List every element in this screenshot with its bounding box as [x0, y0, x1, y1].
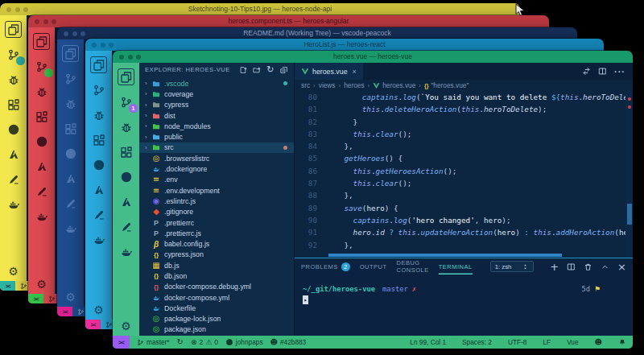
refresh-icon[interactable]: ↻ — [266, 65, 275, 74]
activity-azure-icon[interactable] — [62, 170, 79, 187]
file-tree-item-coverage[interactable]: ›coverage — [139, 89, 294, 99]
activity-debug-icon[interactable] — [62, 95, 79, 112]
activity-settings-icon[interactable]: ⚙ — [85, 304, 112, 316]
activity-extensions-icon[interactable] — [118, 143, 134, 160]
traffic-lights[interactable] — [64, 31, 85, 36]
eol-status[interactable]: LF — [543, 338, 551, 346]
more-actions-icon[interactable]: ··· — [614, 67, 625, 76]
remote-indicator[interactable]: >< — [113, 336, 130, 349]
panel-tab-output[interactable]: OUTPUT — [360, 258, 387, 275]
activity-settings-icon[interactable]: ⚙ — [28, 279, 55, 290]
file-tree-item--browserslistrc[interactable]: ◎.browserslistrc — [139, 153, 294, 163]
activity-github-icon[interactable] — [62, 145, 79, 162]
file-tree-item-package-lock-json[interactable]: ◎package-lock.json — [139, 314, 294, 324]
split-panel-icon[interactable] — [567, 262, 576, 271]
activity-docker-icon[interactable] — [62, 220, 79, 237]
file-tree-item--dockerignore[interactable]: .dockerignore — [139, 163, 294, 174]
problems-status[interactable]: ⊗2⚠0 — [191, 338, 218, 346]
editor-scrollbar[interactable] — [625, 91, 633, 258]
activity-extensions-icon[interactable] — [90, 131, 107, 148]
line-col-status[interactable]: Ln 99, Col 1 — [410, 338, 446, 346]
file-tree-item--eslintrc-js[interactable]: ◉.eslintrc.js — [139, 196, 294, 206]
traffic-lights[interactable] — [119, 55, 141, 60]
traffic-lights[interactable] — [92, 43, 114, 47]
close-window-button[interactable] — [92, 43, 97, 47]
close-panel-icon[interactable]: × — [617, 262, 626, 272]
trash-icon[interactable] — [584, 262, 592, 271]
remote-indicator[interactable]: >< — [85, 320, 101, 329]
new-file-icon[interactable] — [239, 66, 247, 74]
code-editor[interactable]: 80captains.log(`You said you want to del… — [295, 91, 633, 258]
zoom-window-button[interactable] — [80, 31, 85, 36]
activity-source-control-icon[interactable] — [5, 46, 22, 63]
minimize-window-button[interactable] — [43, 19, 48, 24]
file-tree-item--prettierrc[interactable]: P.prettierrc — [139, 217, 294, 228]
file-tree-item--vscode[interactable]: ›.vscode — [139, 78, 294, 89]
file-tree-item-docker-compose-yml[interactable]: docker-compose.yml — [139, 292, 294, 303]
activity-docker-icon[interactable] — [33, 208, 50, 225]
activity-settings-icon[interactable]: ⚙ — [113, 320, 139, 332]
file-tree-item-public[interactable]: ›public — [139, 131, 294, 142]
activity-explorer-icon[interactable] — [5, 21, 22, 38]
file-tree-item-db-json[interactable]: {}db.json — [139, 270, 294, 281]
activity-docker-icon[interactable] — [90, 231, 107, 248]
activity-debug-icon[interactable] — [33, 83, 50, 100]
new-terminal-icon[interactable]: + — [550, 262, 559, 272]
titlebar[interactable]: README.md (Working Tree) — vscode-peacoc… — [57, 27, 577, 39]
file-tree-item-db-js[interactable]: ▦db.js — [139, 260, 294, 270]
new-folder-icon[interactable] — [253, 66, 261, 74]
zoom-window-button[interactable] — [23, 7, 28, 12]
breadcrumb-item[interactable]: views — [319, 81, 336, 89]
activity-explorer-icon[interactable] — [62, 45, 79, 62]
titlebar[interactable]: heroes.vue — heroes-vue — [113, 51, 633, 63]
close-window-button[interactable] — [35, 19, 39, 24]
activity-github-icon[interactable] — [33, 133, 50, 150]
file-tree-item-src[interactable]: ›src — [139, 142, 294, 153]
terminal-shell-select[interactable]: 1: zsh — [490, 261, 535, 272]
breadcrumb-item[interactable]: {}"heroes.vue" — [424, 81, 469, 89]
activity-source-control-icon[interactable]: 1 — [118, 93, 134, 110]
traffic-lights[interactable] — [35, 19, 56, 24]
activity-pen-icon[interactable] — [90, 206, 107, 223]
activity-source-control-icon[interactable] — [90, 81, 107, 98]
feedback-status[interactable]: ☻ — [595, 339, 602, 346]
peacock-color-status[interactable]: ☻#42b883 — [270, 338, 307, 346]
activity-pen-icon[interactable] — [118, 218, 134, 235]
activity-source-control-icon[interactable] — [33, 58, 50, 75]
file-tree-item-Dockerfile[interactable]: Dockerfile — [139, 303, 294, 313]
activity-docker-icon[interactable] — [5, 196, 22, 213]
file-tree-item-dist[interactable]: ›dist — [139, 110, 294, 121]
indent-status[interactable]: Spaces: 2 — [462, 338, 492, 346]
file-tree-item-node-modules[interactable]: ›node_modules — [139, 121, 294, 131]
activity-pen-icon[interactable] — [33, 183, 50, 200]
activity-github-icon[interactable] — [118, 168, 134, 185]
activity-github-icon[interactable] — [90, 156, 107, 173]
github-user-status[interactable]: johnpaps — [225, 338, 263, 346]
breadcrumb-item[interactable]: src — [301, 81, 310, 89]
activity-azure-icon[interactable] — [90, 181, 107, 198]
activity-settings-icon[interactable]: ⚙ — [57, 291, 84, 303]
panel-tab-problems[interactable]: PROBLEMS2 — [301, 258, 350, 275]
terminal[interactable]: ~/_git/heroes-vue master ✗ 5d ⚑ ▸ — [295, 275, 633, 336]
titlebar[interactable]: Sketchnoting-10-Tips10.jpg — heroes-node… — [0, 3, 520, 15]
activity-settings-icon[interactable]: ⚙ — [0, 266, 27, 277]
activity-docker-icon[interactable] — [118, 243, 134, 260]
close-window-button[interactable] — [64, 31, 68, 36]
activity-extensions-icon[interactable] — [33, 108, 50, 125]
close-window-button[interactable] — [119, 55, 124, 60]
activity-debug-icon[interactable] — [90, 106, 107, 123]
panel-tab-terminal[interactable]: TERMINAL — [439, 258, 473, 275]
file-tree-item--env[interactable]: ≡.env — [139, 175, 294, 185]
activity-github-icon[interactable] — [5, 121, 22, 138]
file-tree-item--env-development[interactable]: ≡.env.development — [139, 185, 294, 196]
close-tab-icon[interactable]: × — [353, 68, 357, 76]
split-editor-icon[interactable] — [598, 67, 607, 76]
activity-pen-icon[interactable] — [62, 195, 79, 212]
language-status[interactable]: Vue — [567, 338, 578, 346]
activity-azure-icon[interactable] — [118, 193, 134, 210]
panel-tab-debug-console[interactable]: DEBUG CONSOLE — [397, 258, 429, 275]
minimize-window-button[interactable] — [101, 43, 105, 47]
activity-pen-icon[interactable] — [5, 171, 22, 188]
activity-debug-icon[interactable] — [5, 71, 22, 88]
notifications-status[interactable] — [618, 338, 626, 346]
